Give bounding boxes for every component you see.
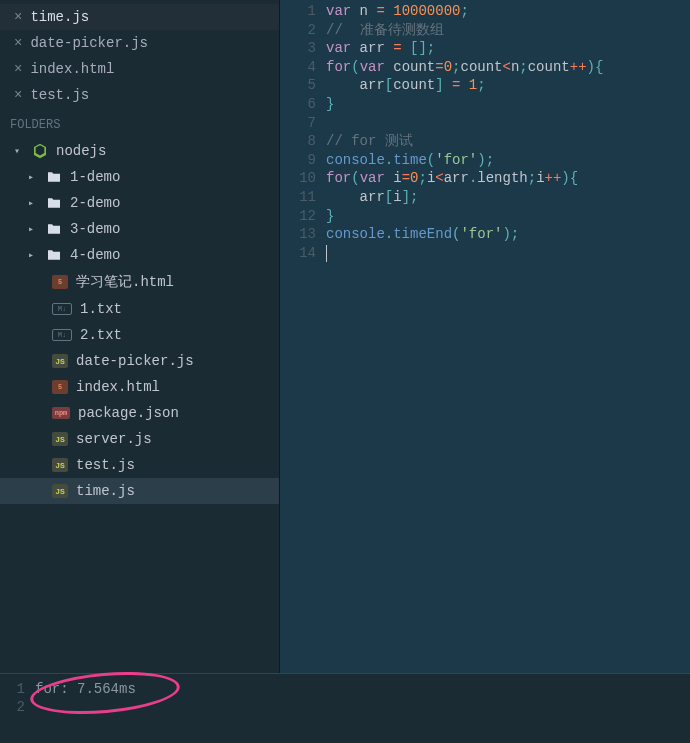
code-line[interactable]: for(var count=0;count<n;count++){ [326,58,690,77]
close-icon[interactable]: × [14,35,22,51]
open-tab[interactable]: ×index.html [0,56,279,82]
js-file-icon: JS [52,432,68,446]
tree-file[interactable]: M↓2.txt [0,322,279,348]
chevron-down-icon: ▾ [14,145,24,157]
close-icon[interactable]: × [14,87,22,103]
chevron-right-icon: ▸ [28,197,38,209]
tab-label: time.js [30,9,89,25]
file-tree: ▾ nodejs ▸1-demo▸2-demo▸3-demo▸4-demo 5学… [0,138,279,743]
console-line-number: 1 [0,680,25,698]
line-number: 3 [280,39,316,58]
tree-folder[interactable]: ▸1-demo [0,164,279,190]
nodejs-icon [32,143,48,159]
tree-file-label: index.html [76,379,160,395]
code-line[interactable]: } [326,207,690,226]
html-file-icon: 5 [52,380,68,394]
tree-file[interactable]: npmpackage.json [0,400,279,426]
sidebar: ×time.js×date-picker.js×index.html×test.… [0,0,280,743]
open-tab[interactable]: ×time.js [0,4,279,30]
tree-root-label: nodejs [56,143,106,159]
line-number: 14 [280,244,316,263]
code-line[interactable]: // for 测试 [326,132,690,151]
line-number: 9 [280,151,316,170]
tree-folder-label: 2-demo [70,195,120,211]
close-icon[interactable]: × [14,61,22,77]
code-line[interactable] [326,114,690,133]
js-file-icon: JS [52,484,68,498]
tab-label: test.js [30,87,89,103]
js-file-icon: JS [52,354,68,368]
tree-folder-label: 1-demo [70,169,120,185]
line-number: 8 [280,132,316,151]
chevron-right-icon: ▸ [28,249,38,261]
tree-file-label: 2.txt [80,327,122,343]
tree-file-label: package.json [78,405,179,421]
line-number: 6 [280,95,316,114]
code-line[interactable]: } [326,95,690,114]
txt-file-icon: M↓ [52,303,72,315]
line-gutter: 1234567891011121314 [280,0,326,743]
console-line-empty [35,698,690,716]
tree-file[interactable]: JSserver.js [0,426,279,452]
line-number: 10 [280,169,316,188]
code-line[interactable]: for(var i=0;i<arr.length;i++){ [326,169,690,188]
tree-file-label: date-picker.js [76,353,194,369]
tree-file[interactable]: JStime.js [0,478,279,504]
open-tab[interactable]: ×test.js [0,82,279,108]
close-icon[interactable]: × [14,9,22,25]
tree-folder-label: 3-demo [70,221,120,237]
tree-file-label: time.js [76,483,135,499]
code-line[interactable]: var arr = []; [326,39,690,58]
tree-file[interactable]: JStest.js [0,452,279,478]
tree-file-label: test.js [76,457,135,473]
tree-folder[interactable]: ▸2-demo [0,190,279,216]
tree-folder[interactable]: ▸3-demo [0,216,279,242]
console-panel: 12 for: 7.564ms [0,673,690,743]
code-line[interactable]: console.time('for'); [326,151,690,170]
folders-header: FOLDERS [0,112,279,138]
console-line: for: 7.564ms [35,680,690,698]
console-gutter: 12 [0,674,35,743]
code-line[interactable]: arr[count] = 1; [326,76,690,95]
console-output: for: 7.564ms [35,674,690,743]
tree-file[interactable]: 5学习笔记.html [0,268,279,296]
code-line[interactable]: console.timeEnd('for'); [326,225,690,244]
line-number: 5 [280,76,316,95]
line-number: 2 [280,21,316,40]
console-line-number: 2 [0,698,25,716]
npm-file-icon: npm [52,407,70,419]
folder-icon [46,247,62,263]
tree-folder[interactable]: ▸4-demo [0,242,279,268]
html-file-icon: 5 [52,275,68,289]
tab-label: index.html [30,61,114,77]
open-tabs: ×time.js×date-picker.js×index.html×test.… [0,0,279,112]
tree-file-label: server.js [76,431,152,447]
code-editor[interactable]: 1234567891011121314 var n = 10000000;// … [280,0,690,743]
js-file-icon: JS [52,458,68,472]
tree-root-folder[interactable]: ▾ nodejs [0,138,279,164]
txt-file-icon: M↓ [52,329,72,341]
chevron-right-icon: ▸ [28,223,38,235]
code-line[interactable]: arr[i]; [326,188,690,207]
folder-icon [46,195,62,211]
open-tab[interactable]: ×date-picker.js [0,30,279,56]
code-area[interactable]: var n = 10000000;// 准备待测数组var arr = [];f… [326,0,690,743]
line-number: 13 [280,225,316,244]
text-cursor [326,245,327,262]
line-number: 12 [280,207,316,226]
code-line[interactable] [326,244,690,263]
tab-label: date-picker.js [30,35,148,51]
folder-icon [46,169,62,185]
folder-icon [46,221,62,237]
code-line[interactable]: // 准备待测数组 [326,21,690,40]
chevron-right-icon: ▸ [28,171,38,183]
tree-file-label: 学习笔记.html [76,273,174,291]
code-line[interactable]: var n = 10000000; [326,2,690,21]
line-number: 1 [280,2,316,21]
tree-file[interactable]: 5index.html [0,374,279,400]
tree-file[interactable]: M↓1.txt [0,296,279,322]
line-number: 4 [280,58,316,77]
line-number: 11 [280,188,316,207]
tree-file[interactable]: JSdate-picker.js [0,348,279,374]
tree-file-label: 1.txt [80,301,122,317]
